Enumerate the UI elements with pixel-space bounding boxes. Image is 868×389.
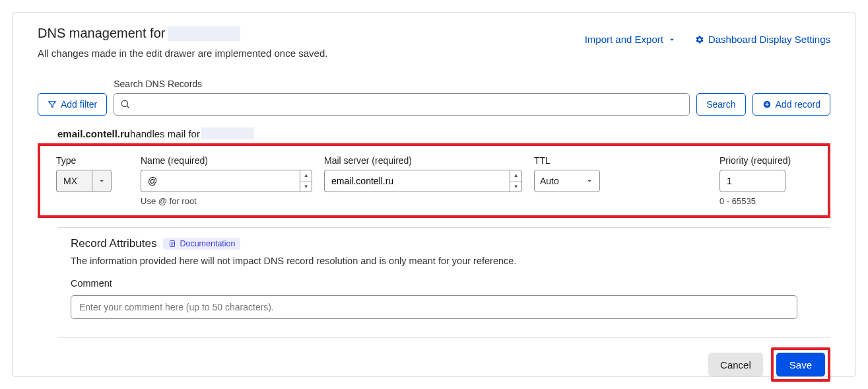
divider	[57, 227, 830, 228]
add-record-label: Add record	[776, 99, 820, 110]
save-label: Save	[789, 359, 812, 371]
title-redacted	[168, 26, 240, 41]
search-label: Search DNS Records	[114, 79, 690, 89]
ttl-label: TTL	[534, 155, 600, 166]
name-step-down[interactable]: ▼	[300, 182, 312, 192]
comment-input[interactable]	[71, 295, 797, 319]
record-summary: email.contell.ru handles mail for	[57, 127, 830, 139]
mailserver-label: Mail server (required)	[324, 155, 522, 166]
priority-label: Priority (required)	[719, 155, 812, 166]
record-attributes-title: Record Attributes	[71, 237, 156, 250]
documentation-label: Documentation	[180, 239, 235, 248]
record-attributes-desc: The information provided here will not i…	[71, 256, 797, 266]
record-form-highlight: Type MX Name (required) ▲ ▼	[38, 143, 830, 218]
gear-icon	[695, 35, 704, 44]
add-record-button[interactable]: Add record	[752, 93, 830, 116]
search-icon	[121, 100, 130, 109]
type-dropdown-toggle[interactable]	[92, 170, 112, 192]
type-label: Type	[56, 155, 129, 166]
name-input[interactable]	[141, 170, 300, 192]
save-button[interactable]: Save	[776, 353, 825, 376]
divider	[57, 337, 830, 338]
cancel-label: Cancel	[720, 359, 751, 371]
plus-circle-icon	[762, 100, 772, 109]
priority-help: 0 - 65535	[719, 196, 812, 206]
name-step-up[interactable]: ▲	[300, 170, 312, 182]
documentation-link[interactable]: Documentation	[163, 238, 240, 250]
title-prefix: DNS management for	[38, 26, 165, 41]
page-subtitle: All changes made in the edit drawer are …	[38, 48, 327, 59]
search-button[interactable]: Search	[696, 93, 745, 116]
name-label: Name (required)	[141, 155, 312, 166]
caret-down-icon	[97, 176, 106, 186]
record-summary-redacted	[201, 127, 254, 139]
import-export-label: Import and Export	[585, 34, 663, 45]
mailserver-step-up[interactable]: ▲	[510, 170, 521, 182]
cancel-button[interactable]: Cancel	[708, 353, 763, 376]
record-summary-text: handles mail for	[130, 128, 200, 139]
type-select[interactable]: MX	[56, 170, 129, 192]
document-icon	[168, 240, 176, 248]
caret-down-icon	[585, 176, 594, 186]
ttl-select[interactable]: Auto	[534, 170, 600, 192]
filter-icon	[48, 100, 57, 109]
name-help: Use @ for root	[141, 196, 312, 206]
mailserver-input[interactable]	[324, 170, 510, 192]
caret-down-icon	[667, 35, 677, 44]
import-export-link[interactable]: Import and Export	[585, 34, 677, 45]
priority-input[interactable]	[719, 170, 785, 192]
record-summary-domain: email.contell.ru	[57, 128, 130, 139]
save-highlight: Save	[771, 347, 830, 382]
display-settings-label: Dashboard Display Settings	[708, 34, 830, 45]
add-filter-button[interactable]: Add filter	[38, 93, 107, 116]
add-filter-label: Add filter	[61, 99, 97, 110]
search-field[interactable]	[114, 93, 690, 116]
mailserver-step-down[interactable]: ▼	[510, 182, 521, 192]
page-title: DNS management for	[38, 26, 327, 41]
search-button-label: Search	[706, 99, 735, 110]
search-input[interactable]	[135, 98, 683, 110]
type-value: MX	[56, 170, 92, 192]
ttl-value: Auto	[540, 176, 585, 186]
comment-label: Comment	[71, 278, 797, 289]
display-settings-link[interactable]: Dashboard Display Settings	[695, 34, 830, 45]
